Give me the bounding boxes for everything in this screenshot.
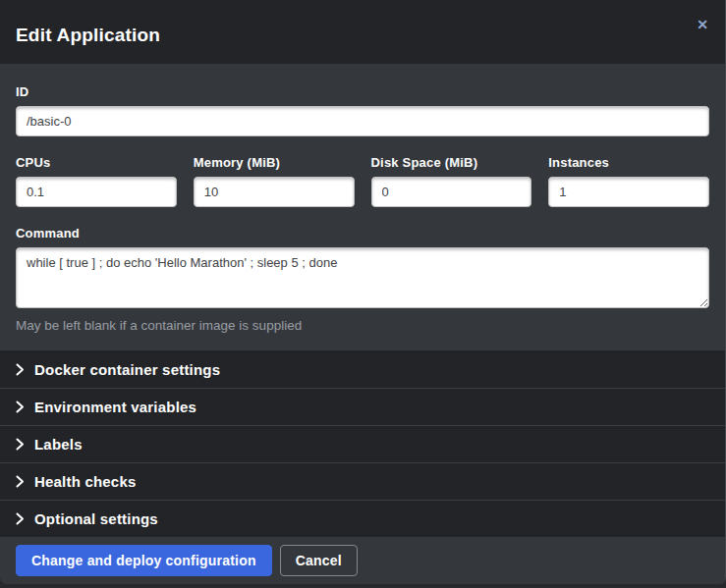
- id-label: ID: [16, 84, 709, 99]
- memory-field-group: Memory (MiB): [194, 155, 355, 207]
- section-label: Docker container settings: [34, 361, 220, 378]
- cpus-label: CPUs: [16, 155, 177, 170]
- modal-footer: Change and deploy configuration Cancel: [0, 537, 725, 584]
- chevron-right-icon: [16, 475, 25, 488]
- section-labels[interactable]: Labels: [0, 425, 725, 462]
- section-label: Optional settings: [34, 510, 158, 527]
- section-label: Environment variables: [34, 399, 196, 415]
- command-label: Command: [16, 226, 709, 241]
- edit-application-form: ID CPUs Memory (MiB) Disk Space (MiB) In…: [0, 64, 725, 350]
- resources-row: CPUs Memory (MiB) Disk Space (MiB) Insta…: [16, 155, 709, 207]
- section-optional-settings[interactable]: Optional settings: [0, 500, 725, 537]
- chevron-right-icon: [16, 363, 25, 376]
- cpus-field-group: CPUs: [16, 155, 177, 207]
- instances-input[interactable]: [548, 177, 709, 207]
- cpus-input[interactable]: [16, 177, 177, 207]
- command-textarea[interactable]: while [ true ] ; do echo 'Hello Marathon…: [16, 247, 709, 308]
- disk-label: Disk Space (MiB): [371, 155, 532, 170]
- disk-input[interactable]: [371, 177, 532, 207]
- id-input[interactable]: [16, 106, 709, 136]
- chevron-right-icon: [16, 401, 25, 413]
- section-label: Labels: [34, 436, 83, 453]
- chevron-right-icon: [16, 512, 25, 525]
- chevron-right-icon: [16, 438, 25, 451]
- instances-label: Instances: [548, 155, 709, 170]
- disk-field-group: Disk Space (MiB): [371, 155, 532, 207]
- command-field-group: Command while [ true ] ; do echo 'Hello …: [16, 226, 709, 333]
- collapsible-sections: Docker container settings Environment va…: [0, 350, 725, 537]
- cancel-button[interactable]: Cancel: [280, 545, 358, 576]
- id-field-group: ID: [16, 84, 709, 136]
- section-health-checks[interactable]: Health checks: [0, 462, 725, 500]
- modal-header: Edit Application ✕: [0, 0, 725, 64]
- instances-field-group: Instances: [548, 155, 709, 207]
- close-icon[interactable]: ✕: [695, 16, 710, 33]
- memory-label: Memory (MiB): [194, 155, 355, 170]
- memory-input[interactable]: [194, 177, 355, 207]
- modal-title: Edit Application: [16, 25, 160, 46]
- section-label: Health checks: [34, 473, 136, 490]
- section-environment-variables[interactable]: Environment variables: [0, 388, 725, 425]
- command-help-text: May be left blank if a container image i…: [16, 318, 709, 333]
- change-and-deploy-button[interactable]: Change and deploy configuration: [16, 545, 272, 576]
- section-docker-container-settings[interactable]: Docker container settings: [0, 350, 725, 388]
- edit-application-modal: Edit Application ✕ ID CPUs Memory (MiB) …: [0, 0, 726, 584]
